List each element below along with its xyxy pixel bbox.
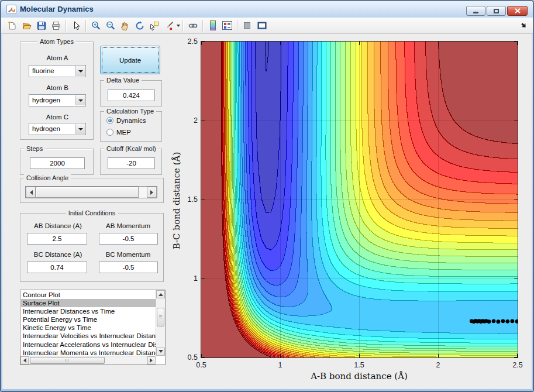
minimize-icon xyxy=(473,12,478,13)
down-arrow-icon xyxy=(159,350,163,355)
delta-value-title: Delta Value xyxy=(104,77,142,84)
open-file-button[interactable] xyxy=(19,19,34,33)
slider-left-arrow[interactable] xyxy=(26,187,36,198)
scroll-left-button[interactable] xyxy=(20,356,29,365)
titlebar: Molecular Dynamics xyxy=(1,1,533,18)
toolbar-separator xyxy=(85,20,86,32)
pes-contour-plot[interactable] xyxy=(201,41,518,358)
close-button[interactable] xyxy=(507,6,528,16)
scroll-down-button[interactable] xyxy=(156,348,165,356)
list-item[interactable]: Internuclear Distances vs Time xyxy=(21,307,156,315)
list-item[interactable]: Internuclear Momenta vs Internuclear Dis… xyxy=(21,349,156,356)
dropdown-button[interactable] xyxy=(75,95,85,105)
toolbar-separator xyxy=(202,20,203,32)
print-button[interactable] xyxy=(49,19,63,33)
chevron-down-icon xyxy=(78,70,83,75)
maximize-button[interactable] xyxy=(487,6,506,16)
slider-thumb[interactable] xyxy=(36,187,139,198)
slider-right-arrow[interactable] xyxy=(147,187,157,198)
list-item[interactable]: Kinetic Energy vs Time xyxy=(21,324,156,332)
scroll-right-button[interactable] xyxy=(147,356,156,365)
list-item[interactable]: Potential Energy vs Time xyxy=(21,315,156,324)
legend-line xyxy=(228,27,230,28)
zoom-out-icon xyxy=(105,20,116,31)
delta-value-field[interactable]: 0.424 xyxy=(108,90,155,101)
steps-field[interactable]: 2000 xyxy=(30,157,85,169)
pan-button[interactable] xyxy=(118,19,132,33)
brush-dropdown-caret[interactable] xyxy=(177,25,180,29)
zoom-in-button[interactable] xyxy=(88,19,103,33)
right-arrow-icon xyxy=(150,358,155,363)
toolbar-dock-anchor[interactable] xyxy=(521,20,527,31)
legend-red-swatch xyxy=(224,23,226,25)
vertical-scrollbar[interactable] xyxy=(156,290,165,356)
insert-legend-button[interactable] xyxy=(220,19,235,33)
list-item[interactable]: Contour Plot xyxy=(21,291,156,299)
update-button[interactable]: Update xyxy=(100,46,160,74)
radio-mep[interactable]: MEP xyxy=(106,129,131,136)
rotate-3d-button[interactable] xyxy=(132,19,147,33)
bc-momentum-field[interactable]: -0.5 xyxy=(99,262,158,273)
atom-a-value: fluorine xyxy=(32,67,54,74)
grip-icon xyxy=(66,359,69,362)
hide-plot-tools-button[interactable] xyxy=(240,19,254,33)
close-icon xyxy=(515,8,521,13)
new-figure-button[interactable] xyxy=(5,19,19,33)
horizontal-scrollbar[interactable] xyxy=(20,356,156,365)
atom-a-dropdown[interactable]: fluorine xyxy=(29,65,86,77)
pan-hand-icon xyxy=(120,20,130,31)
contour-canvas[interactable] xyxy=(201,42,518,357)
list-item[interactable]: Surface Plot xyxy=(21,299,156,307)
figure-toolbar xyxy=(1,18,533,34)
ab-distance-field[interactable]: 2.5 xyxy=(27,233,87,245)
insert-colorbar-button[interactable] xyxy=(205,19,220,33)
atom-b-dropdown[interactable]: hydrogen xyxy=(29,94,86,106)
maximize-icon xyxy=(494,9,499,13)
y-tick-label: 2 xyxy=(176,116,198,125)
y-axis-label: B-C bond distance (Å) xyxy=(171,142,182,259)
y-tick-label: 1 xyxy=(176,274,198,283)
radio-dynamics[interactable]: Dynamics xyxy=(106,117,146,124)
zoom-in-icon xyxy=(91,20,101,31)
initial-conditions-title: Initial Conditions xyxy=(66,209,118,217)
brush-data-button[interactable] xyxy=(161,19,176,33)
radio-icon xyxy=(106,129,113,136)
atom-c-dropdown[interactable]: hydrogen xyxy=(29,123,86,135)
vertical-scroll-thumb[interactable] xyxy=(157,308,164,326)
atom-types-panel: Atom Types Atom A fluorine Atom B hydrog… xyxy=(20,42,94,140)
ab-momentum-field[interactable]: -0.5 xyxy=(99,233,158,245)
bc-distance-field[interactable]: 0.74 xyxy=(27,262,87,273)
steps-title: Steps xyxy=(24,145,45,153)
minimize-button[interactable] xyxy=(466,6,485,16)
atom-c-value: hydrogen xyxy=(32,125,60,132)
legend-icon xyxy=(222,21,232,30)
show-plot-tools-icon xyxy=(257,20,267,31)
colorbar-icon xyxy=(210,20,216,30)
link-plots-button[interactable] xyxy=(185,19,200,33)
pointer-arrow-icon xyxy=(71,20,81,31)
collision-angle-slider[interactable] xyxy=(25,186,157,198)
show-plot-tools-button[interactable] xyxy=(254,19,269,33)
atom-b-label: Atom B xyxy=(20,84,94,91)
scroll-up-button[interactable] xyxy=(156,290,165,298)
link-chain-icon xyxy=(188,20,198,31)
radio-label: MEP xyxy=(116,129,131,136)
cutoff-field[interactable]: -20 xyxy=(108,157,155,169)
zoom-out-button[interactable] xyxy=(103,19,118,33)
data-cursor-button[interactable] xyxy=(147,19,161,33)
up-arrow-icon xyxy=(159,291,163,296)
toolbar-separator xyxy=(237,20,237,32)
hide-plot-tools-icon xyxy=(244,22,250,29)
dropdown-button[interactable] xyxy=(75,124,85,134)
atom-b-value: hydrogen xyxy=(32,97,60,104)
edit-plot-button[interactable] xyxy=(68,19,83,33)
right-arrow-icon xyxy=(150,190,156,195)
dropdown-button[interactable] xyxy=(75,66,85,76)
list-item[interactable]: Internuclear Accelerations vs Internucle… xyxy=(21,341,156,349)
save-button[interactable] xyxy=(34,19,49,33)
toolbar-separator xyxy=(66,20,66,32)
horizontal-scroll-thumb[interactable] xyxy=(30,357,105,364)
chevron-down-icon xyxy=(78,128,83,133)
list-item[interactable]: Internuclear Velocities vs Internuclear … xyxy=(21,332,156,340)
plot-type-listbox[interactable]: Contour Plot Surface Plot Internuclear D… xyxy=(20,290,166,365)
